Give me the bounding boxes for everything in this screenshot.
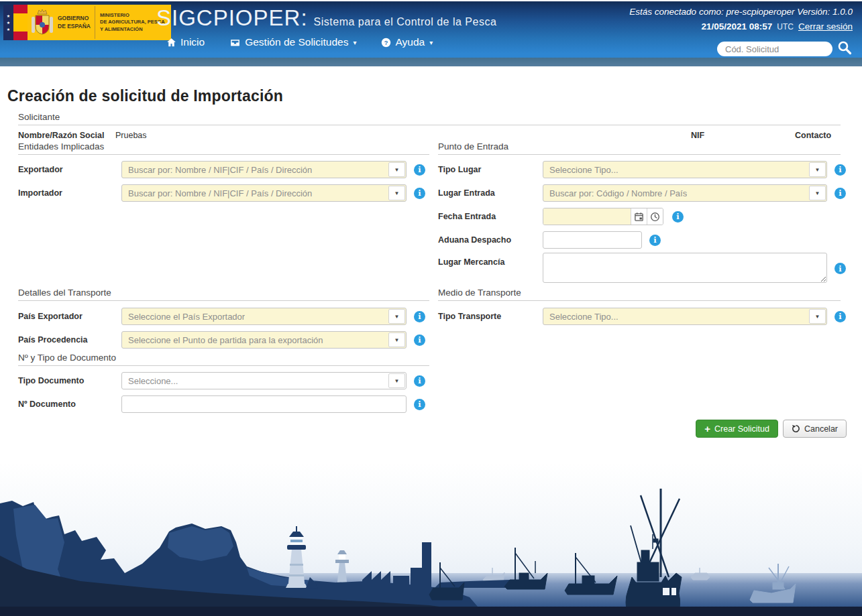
nif-label: NIF [691,131,704,140]
info-icon[interactable]: i [414,188,425,199]
chevron-down-icon[interactable]: ▼ [809,162,826,177]
datetime-bar: 21/05/2021 08:57 UTC Cerrar sesión [701,21,853,32]
fecha-entrada-input[interactable] [543,208,631,225]
chevron-down-icon[interactable]: ▼ [809,309,826,324]
nombre-label: Nombre/Razón Social [18,131,105,140]
section-punto-entrada: Punto de Entrada [438,141,841,155]
chevron-down-icon[interactable]: ▼ [388,162,405,177]
inbox-icon [229,37,241,48]
spain-flag [13,5,28,40]
header: ★ ★ ★ [0,1,862,65]
row-solicitante: Nombre/Razón Social Pruebas NIF Contacto [18,129,841,141]
importador-select[interactable]: Buscar por: Nombre / NIF|CIF / País / Di… [121,184,407,202]
calendar-button[interactable] [631,208,647,225]
logo-divider [95,6,95,39]
chevron-down-icon: ▾ [353,39,356,46]
info-icon[interactable]: i [414,164,425,176]
search-input[interactable] [717,42,832,56]
nav-ayuda[interactable]: ? Ayuda ▾ [380,36,433,48]
section-documento: Nº y Tipo de Documento [18,353,429,366]
nav-inicio[interactable]: Inicio [166,36,205,48]
chevron-down-icon[interactable]: ▼ [809,186,826,200]
logout-link[interactable]: Cerrar sesión [798,21,853,32]
chevron-down-icon[interactable]: ▼ [388,186,405,200]
field-pais-procedencia: País Procedencia Seleccione el Punto de … [18,331,425,349]
search-button[interactable] [836,40,853,57]
section-solicitante: Solicitante [18,112,841,125]
ministerio-text: MINISTERIO DE AGRICULTURA, PESCA Y ALIME… [100,12,165,32]
app-title: SIGCPIOPER: Sistema para el Control de l… [156,5,496,31]
form-actions: + Crear Solicitud Cancelar [696,420,847,438]
info-icon[interactable]: i [414,311,425,322]
field-pais-exportador: País Exportador Seleccione el País Expor… [18,308,425,325]
app-window: ★ ★ ★ [0,0,862,616]
fecha-entrada-group [543,208,663,225]
government-logo[interactable]: ★ ★ ★ [3,5,171,40]
page-title: Creación de solicitud de Importación [7,87,283,105]
field-tipo-lugar: Tipo Lugar Seleccione Tipo... ▼ i [438,161,846,178]
chevron-down-icon[interactable]: ▼ [388,309,405,324]
tipo-lugar-select[interactable]: Seleccione Tipo... ▼ [543,161,827,178]
contacto-label: Contacto [795,131,831,140]
gobierno-text: GOBIERNO DE ESPAÑA [58,15,91,29]
main-nav: Inicio Gestión de Solicitudes ▾ ? Ayuda … [166,36,433,48]
clock-button[interactable] [647,208,663,225]
refresh-icon [792,424,800,433]
tipo-documento-select[interactable]: Seleccione... ▼ [121,372,407,389]
field-exportador: Exportador Buscar por: Nombre / NIF|CIF … [18,161,425,178]
info-icon[interactable]: i [649,235,661,246]
section-detalles-transporte: Detalles del Transporte [18,288,429,301]
flag-stars-strip: ★ ★ ★ [3,5,13,40]
section-medio-transporte: Medio de Transporte [438,288,841,301]
chevron-down-icon[interactable]: ▼ [388,373,405,388]
search-icon [837,40,853,56]
star-icon: ★ [7,20,10,25]
logo-plate: GOBIERNO DE ESPAÑA MINISTERIO DE AGRICUL… [28,5,171,40]
pais-exportador-select[interactable]: Seleccione el País Exportador ▼ [121,308,407,325]
plus-icon: + [704,424,710,434]
field-lugar-mercancia: Lugar Mercancía i [438,253,846,283]
session-info: Estás conectado como: pre-scpioperoper V… [629,7,853,17]
num-documento-input[interactable] [121,395,407,413]
nombre-value: Pruebas [115,131,147,140]
field-lugar-entrada: Lugar Entrada Buscar por: Código / Nombr… [438,184,846,202]
field-aduana-despacho: Aduana Despacho i [438,231,661,249]
lugar-mercancia-textarea[interactable] [543,253,827,283]
field-tipo-transporte: Tipo Transporte Seleccione Tipo... ▼ i [438,308,846,325]
tipo-transporte-select[interactable]: Seleccione Tipo... ▼ [543,308,827,325]
current-datetime: 21/05/2021 08:57 [701,21,772,32]
info-icon[interactable]: i [414,399,425,410]
timezone-label: UTC [777,22,794,32]
chevron-down-icon: ▾ [429,39,433,46]
field-fecha-entrada: Fecha Entrada i [438,208,684,225]
chevron-down-icon[interactable]: ▼ [388,332,405,347]
star-icon: ★ [7,27,10,32]
info-icon[interactable]: i [834,311,846,322]
pais-procedencia-select[interactable]: Seleccione el Punto de partida para la e… [121,331,407,349]
help-icon: ? [380,37,392,48]
field-num-documento: Nº Documento i [18,395,425,413]
harbor-illustration [0,462,862,616]
info-icon[interactable]: i [414,334,425,346]
button-label: Cancelar [804,424,838,434]
svg-text:?: ? [384,39,388,46]
field-tipo-documento: Tipo Documento Seleccione... ▼ i [18,372,425,389]
section-entidades: Entidades Implicadas [18,141,429,155]
info-icon[interactable]: i [834,188,846,199]
button-label: Crear Solicitud [714,424,769,434]
search-box [717,42,832,56]
info-icon[interactable]: i [834,263,846,274]
field-importador: Importador Buscar por: Nombre / NIF|CIF … [18,184,425,202]
exportador-select[interactable]: Buscar por: Nombre / NIF|CIF / País / Di… [121,161,407,178]
header-bottom-band [0,58,862,66]
crear-solicitud-button[interactable]: + Crear Solicitud [696,420,778,438]
info-icon[interactable]: i [834,164,846,176]
lugar-entrada-select[interactable]: Buscar por: Código / Nombre / País ▼ [543,184,827,202]
info-icon[interactable]: i [414,375,425,387]
info-icon[interactable]: i [672,211,684,223]
nav-gestion-solicitudes[interactable]: Gestión de Solicitudes ▾ [229,36,356,48]
coat-of-arms-icon [30,7,54,38]
cancelar-button[interactable]: Cancelar [783,420,847,438]
aduana-despacho-input[interactable] [543,231,642,249]
clock-icon [650,212,660,222]
